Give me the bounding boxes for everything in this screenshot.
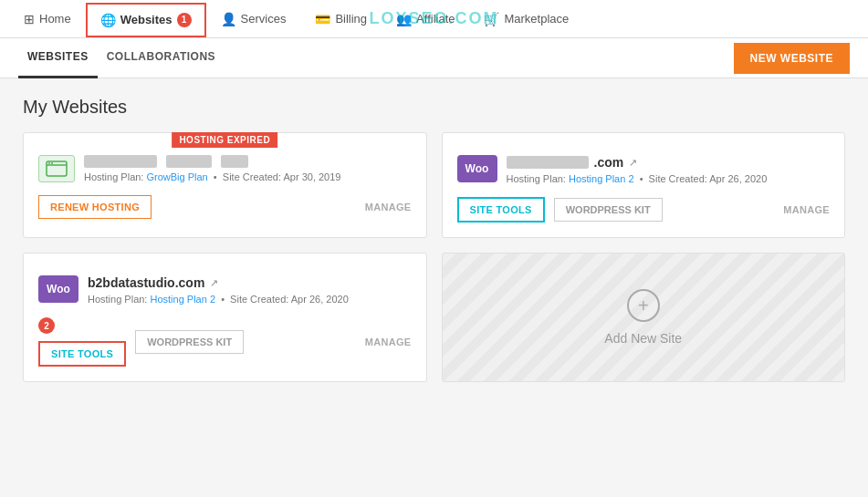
- manage-link-3[interactable]: MANAGE: [365, 337, 412, 347]
- nav-websites[interactable]: 🌐 Websites 1: [86, 3, 206, 37]
- site-tools-button-2[interactable]: SITE TOOLS: [457, 197, 545, 223]
- add-new-label: Add New Site: [604, 331, 682, 346]
- brand-watermark: LOYSEO.COM: [369, 9, 498, 28]
- card-actions-2: SITE TOOLS WORDPRESS KIT MANAGE: [457, 197, 831, 223]
- wordpress-kit-button-2[interactable]: WORDPRESS KIT: [554, 198, 663, 222]
- svg-point-2: [48, 162, 50, 164]
- nav-services[interactable]: 👤 Services: [206, 0, 301, 38]
- websites-icon: 🌐: [100, 13, 116, 27]
- renew-hosting-button[interactable]: RENEW HOSTING: [38, 195, 152, 219]
- wordpress-kit-button-3[interactable]: WORDPRESS KIT: [135, 330, 244, 354]
- svg-point-3: [51, 162, 53, 164]
- hosting-plan-link-1[interactable]: GrowBig Plan: [146, 171, 207, 182]
- page-title: My Websites: [23, 97, 845, 118]
- site-details-1: Hosting Plan: GrowBig Plan • Site Create…: [84, 155, 412, 182]
- site-name-text-3: b2bdatastudio.com: [88, 275, 204, 290]
- sub-nav: WEBSITES COLLABORATIONS NEW WEBSITE: [0, 38, 868, 78]
- services-icon: 👤: [221, 12, 236, 26]
- top-nav: ⊞ Home 🌐 Websites 1 👤 Services 💳 Billing…: [0, 0, 868, 38]
- browser-icon: [38, 155, 75, 182]
- add-new-site-card[interactable]: + Add New Site: [442, 253, 846, 382]
- site-info-2: Woo .com ↗ Hosting Plan: Hosting Plan 2 …: [457, 155, 831, 184]
- woo-icon-2: Woo: [457, 155, 497, 182]
- websites-grid: HOSTING EXPIRED: [23, 132, 845, 382]
- external-link-icon-2[interactable]: ↗: [629, 157, 637, 169]
- site-card-3: Woo b2bdatastudio.com ↗ Hosting Plan: Ho…: [23, 253, 427, 382]
- new-website-button[interactable]: NEW WEBSITE: [734, 43, 851, 74]
- site-name-row-1: [84, 155, 412, 168]
- hosting-expired-badge: HOSTING EXPIRED: [172, 132, 277, 148]
- site-name-row-2: .com ↗: [507, 155, 831, 170]
- manage-link-2[interactable]: MANAGE: [783, 204, 830, 215]
- main-content: My Websites HOSTING EXPIRED: [0, 78, 868, 497]
- home-icon: ⊞: [24, 12, 35, 26]
- tab-websites[interactable]: WEBSITES: [18, 38, 98, 78]
- site-name-blur-1: [84, 155, 157, 168]
- billing-icon: 💳: [315, 12, 330, 26]
- site-details-2: .com ↗ Hosting Plan: Hosting Plan 2 • Si…: [507, 155, 831, 184]
- site-name-blur-1b: [166, 155, 212, 168]
- hosting-plan-link-3[interactable]: Hosting Plan 2: [150, 294, 215, 305]
- site-details-3: b2bdatastudio.com ↗ Hosting Plan: Hostin…: [88, 275, 412, 305]
- add-icon: +: [627, 289, 660, 322]
- manage-link-1[interactable]: MANAGE: [365, 202, 412, 212]
- woo-icon-3: Woo: [38, 275, 78, 303]
- site-created-3: Site Created: Apr 26, 2020: [230, 294, 349, 305]
- site-name-blur-2: [507, 156, 589, 169]
- site-name-row-3: b2bdatastudio.com ↗: [88, 275, 412, 290]
- site-card-1: HOSTING EXPIRED: [23, 132, 427, 238]
- nav-home[interactable]: ⊞ Home: [9, 0, 86, 38]
- site-info-3: Woo b2bdatastudio.com ↗ Hosting Plan: Ho…: [38, 275, 412, 305]
- site-meta-3: Hosting Plan: Hosting Plan 2 • Site Crea…: [88, 294, 412, 305]
- external-link-icon-3[interactable]: ↗: [210, 277, 218, 289]
- tab-collaborations[interactable]: COLLABORATIONS: [98, 38, 225, 78]
- site-tools-button-3[interactable]: SITE TOOLS: [38, 341, 126, 367]
- websites-badge: 1: [177, 13, 192, 27]
- site-created-2: Site Created: Apr 26, 2020: [649, 173, 768, 184]
- site-name-blur-1c: [221, 155, 248, 168]
- card-actions-1: RENEW HOSTING MANAGE: [38, 195, 412, 219]
- step-badge-2: 2: [38, 317, 55, 334]
- site-name-text-2: .com: [594, 155, 624, 170]
- site-meta-1: Hosting Plan: GrowBig Plan • Site Create…: [84, 171, 412, 182]
- hosting-plan-link-2[interactable]: Hosting Plan 2: [569, 173, 634, 184]
- card-actions-3: 2 SITE TOOLS WORDPRESS KIT MANAGE: [38, 317, 412, 367]
- site-info-1: Hosting Plan: GrowBig Plan • Site Create…: [38, 155, 412, 182]
- site-meta-2: Hosting Plan: Hosting Plan 2 • Site Crea…: [507, 173, 831, 184]
- site-card-2: Woo .com ↗ Hosting Plan: Hosting Plan 2 …: [442, 132, 846, 238]
- site-created-1: Site Created: Apr 30, 2019: [223, 171, 341, 182]
